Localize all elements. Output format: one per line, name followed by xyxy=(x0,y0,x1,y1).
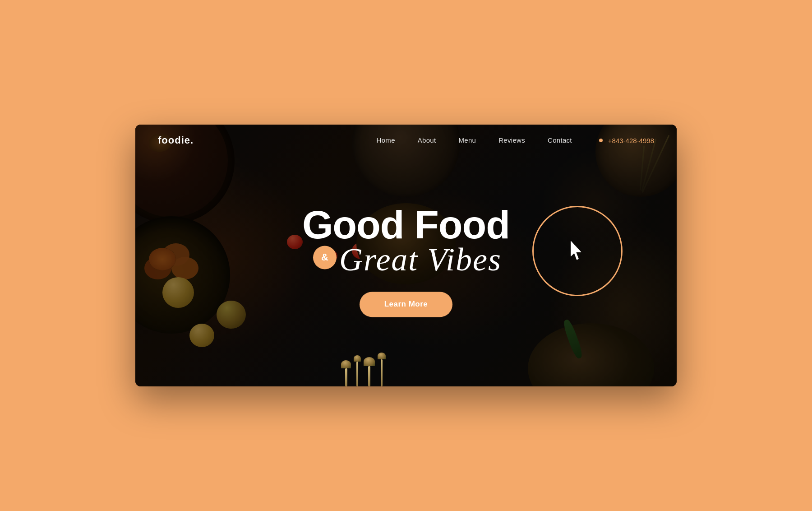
logo: foodie. xyxy=(158,135,194,146)
ampersand-badge: & xyxy=(313,246,337,269)
nav-item-menu[interactable]: Menu xyxy=(458,136,476,144)
logo-text: foodie. xyxy=(158,135,194,146)
phone-dot-icon xyxy=(599,139,603,142)
nav-link-reviews[interactable]: Reviews xyxy=(498,136,525,144)
mushroom-stalk-3 xyxy=(368,366,370,386)
hero-middle-row: & Great Vibes xyxy=(248,246,564,276)
hero-title-text-1: Good Food xyxy=(302,202,510,247)
hero-title-line2: Great Vibes xyxy=(339,243,502,276)
nav-link-menu[interactable]: Menu xyxy=(458,136,476,144)
nav-link-contact[interactable]: Contact xyxy=(548,136,572,144)
nav-item-about[interactable]: About xyxy=(418,136,436,144)
phone-number: +843-428-4998 xyxy=(608,137,654,144)
hero-content: Good Food & Great Vibes Learn More xyxy=(248,205,564,317)
mushroom-4 xyxy=(378,353,386,386)
mushroom-stalk-2 xyxy=(356,362,358,386)
mushroom-head-1 xyxy=(341,360,351,368)
mushroom-head-2 xyxy=(354,355,361,362)
phone-group: +843-428-4998 xyxy=(599,137,654,144)
mushroom-stalk-4 xyxy=(381,359,383,386)
nav-item-contact[interactable]: Contact xyxy=(548,136,572,144)
nav-link-about[interactable]: About xyxy=(418,136,436,144)
hero-section: foodie. Home About Menu Reviews Contact xyxy=(135,125,677,386)
nav-links: Home About Menu Reviews Contact xyxy=(377,136,572,144)
nav-item-home[interactable]: Home xyxy=(377,136,395,144)
browser-window: foodie. Home About Menu Reviews Contact xyxy=(135,125,677,386)
cursor-icon xyxy=(567,239,588,264)
mushroom-head-3 xyxy=(364,357,375,366)
nav-link-home[interactable]: Home xyxy=(377,136,395,144)
mushroom-stalk-1 xyxy=(345,368,347,386)
nav-item-reviews[interactable]: Reviews xyxy=(498,136,525,144)
navigation: foodie. Home About Menu Reviews Contact xyxy=(135,125,677,156)
hero-title-line1: Good Food xyxy=(248,205,564,245)
mushroom-area xyxy=(341,332,386,386)
mushroom-3 xyxy=(364,357,375,386)
learn-more-button[interactable]: Learn More xyxy=(360,292,453,317)
mushroom-2 xyxy=(354,355,361,386)
mushroom-1 xyxy=(341,360,351,386)
mushroom-head-4 xyxy=(378,353,386,359)
